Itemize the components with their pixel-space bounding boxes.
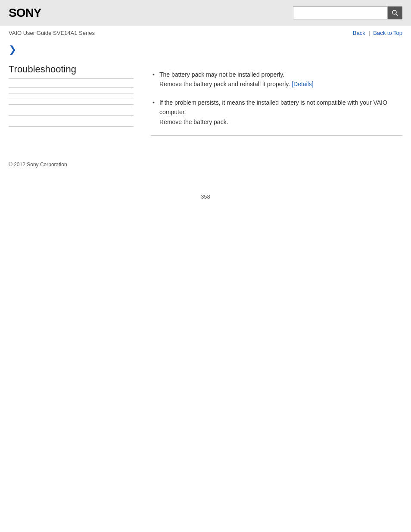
bullet1-sub: Remove the battery pack and reinstall it…: [159, 81, 290, 87]
bullet1-text: The battery pack may not be installed pr…: [159, 71, 284, 78]
search-input[interactable]: [293, 6, 388, 19]
sony-logo: SONY: [9, 6, 41, 20]
back-to-top-link[interactable]: Back to Top: [373, 30, 402, 36]
sidebar-line-5: [9, 110, 134, 110]
search-icon: [392, 9, 399, 16]
content-list: The battery pack may not be installed pr…: [151, 70, 402, 127]
content-divider: [151, 135, 402, 136]
guide-title: VAIO User Guide SVE14A1 Series: [9, 30, 95, 36]
sidebar-title: Troubleshooting: [9, 64, 134, 79]
sidebar-line-3: [9, 99, 134, 99]
list-item-2: If the problem persists, it means the in…: [151, 98, 402, 127]
search-area: [293, 6, 402, 19]
nav-links: Back | Back to Top: [353, 30, 402, 36]
copyright: © 2012 Sony Corporation: [9, 162, 67, 168]
svg-line-1: [396, 14, 398, 16]
search-button[interactable]: [388, 6, 402, 19]
sidebar-arrow: ❯: [9, 44, 134, 55]
sidebar-line-4: [9, 104, 134, 105]
list-item-1: The battery pack may not be installed pr…: [151, 70, 402, 89]
bullet2-sub: Remove the battery pack.: [159, 118, 228, 125]
nav-bar: VAIO User Guide SVE14A1 Series Back | Ba…: [0, 26, 411, 40]
sidebar-line-1: [9, 87, 134, 88]
header: SONY: [0, 0, 411, 26]
page-number: 358: [0, 193, 411, 200]
sidebar-line-7: [9, 126, 134, 127]
main-content: ❯ Troubleshooting The battery pack may n…: [0, 40, 411, 153]
nav-separator: |: [368, 30, 370, 36]
sidebar-line-2: [9, 93, 134, 93]
footer: © 2012 Sony Corporation: [0, 153, 411, 176]
back-link[interactable]: Back: [353, 30, 365, 36]
bullet2-text: If the problem persists, it means the in…: [159, 99, 387, 115]
details-link[interactable]: [Details]: [292, 81, 314, 87]
content-area: The battery pack may not be installed pr…: [142, 44, 402, 144]
sidebar-line-6: [9, 115, 134, 116]
sidebar: ❯ Troubleshooting: [9, 44, 142, 144]
